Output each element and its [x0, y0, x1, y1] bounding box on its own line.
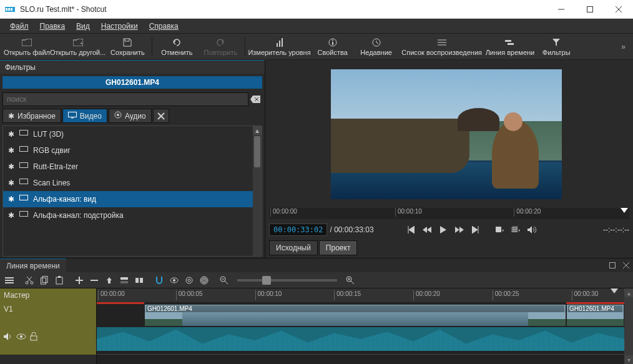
menu-file[interactable]: Файл	[5, 21, 34, 32]
audio-waveform[interactable]	[97, 327, 624, 351]
scrub-button[interactable]	[167, 273, 181, 287]
scroll-up-icon[interactable]: ▴	[253, 126, 262, 135]
copy-button[interactable]	[37, 273, 51, 287]
ruler-mark: 00:00:10	[255, 290, 282, 300]
speaker-icon[interactable]	[4, 332, 12, 341]
toolbar-overflow-button[interactable]: »	[617, 42, 629, 51]
master-track-header[interactable]: Мастер	[0, 288, 96, 302]
timeline-vscrollbar[interactable]: ▴ ▾	[624, 288, 633, 364]
paste-button[interactable]	[52, 273, 66, 287]
zoom-in-button[interactable]	[343, 273, 357, 287]
svg-rect-11	[282, 38, 283, 47]
undo-button[interactable]: Отменить	[155, 34, 199, 59]
meter-icon	[275, 37, 284, 47]
append-button[interactable]	[72, 273, 86, 287]
grid-menu-button[interactable]	[509, 223, 523, 237]
ruler-mark: 00:00:15	[334, 290, 361, 300]
timeline-ruler[interactable]: 00:00:00 00:00:05 00:00:10 00:00:15 00:0…	[97, 288, 624, 302]
tl-menu-button[interactable]	[2, 273, 16, 287]
filter-item-rutt[interactable]: ✱Rutt-Etra-Izer	[3, 159, 253, 175]
lift-button[interactable]	[102, 273, 116, 287]
preview-playhead[interactable]	[621, 208, 628, 213]
filter-item-lut3d[interactable]: ✱LUT (3D)	[3, 126, 253, 142]
volume-button[interactable]	[525, 223, 539, 237]
svg-rect-53	[120, 277, 128, 280]
timeline-panel-tab[interactable]: Линия времени	[0, 258, 66, 272]
play-button[interactable]	[436, 223, 450, 237]
timeline-close-button[interactable]	[619, 258, 633, 272]
filter-search-input[interactable]	[2, 92, 248, 106]
eye-icon[interactable]	[16, 332, 26, 341]
timeline-tracks-area[interactable]: 00:00:00 00:00:05 00:00:10 00:00:15 00:0…	[97, 288, 624, 364]
timecode-inout: --:--:--:--	[603, 225, 629, 234]
menu-edit[interactable]: Правка	[35, 21, 71, 32]
timeline-button[interactable]: Линия времени	[486, 34, 535, 59]
filter-item-scanlines[interactable]: ✱Scan Lines	[3, 175, 253, 191]
timeline-playhead[interactable]	[611, 288, 618, 293]
v1-track[interactable]: GH012601.MP4 GH012601.MP4	[97, 302, 624, 355]
open-file-button[interactable]: Открыть файл	[4, 34, 50, 59]
timeline-clip[interactable]: GH012601.MP4	[566, 304, 624, 327]
filters-panel-tab[interactable]: Фильтры	[0, 60, 265, 74]
filter-item-rgbshift[interactable]: ✱RGB сдвиг	[3, 142, 253, 159]
snap-button[interactable]	[152, 273, 166, 287]
zoom-menu-button[interactable]	[493, 223, 506, 237]
clear-search-button[interactable]	[248, 92, 262, 106]
filter-item-alpha-view[interactable]: ✱Альфа-канал: вид	[3, 191, 253, 207]
timecode-current[interactable]: 00:00:33:02	[269, 224, 327, 236]
filter-list-scrollbar[interactable]: ▴	[253, 126, 262, 256]
forward-button[interactable]	[453, 223, 466, 237]
filter-item-alpha-adjust[interactable]: ✱Альфа-канал: подстройка	[3, 207, 253, 224]
zoom-handle[interactable]	[262, 276, 271, 285]
menu-view[interactable]: Вид	[71, 21, 95, 32]
split-button[interactable]	[132, 273, 146, 287]
zoom-slider[interactable]	[237, 279, 337, 282]
maximize-button[interactable]	[576, 0, 604, 19]
svg-rect-23	[68, 112, 76, 117]
svg-point-62	[202, 278, 207, 283]
timeline-clip[interactable]: GH012601.MP4	[144, 304, 566, 327]
save-button[interactable]: Сохранить	[106, 34, 149, 59]
clock-icon	[372, 37, 381, 47]
menu-help[interactable]: Справка	[144, 21, 184, 32]
remove-button[interactable]	[87, 273, 101, 287]
favorites-tab[interactable]: ✱Избранное	[2, 109, 61, 123]
minimize-button[interactable]	[547, 0, 576, 19]
close-category-button[interactable]	[153, 109, 169, 123]
filters-panel: Фильтры GH012601.MP4 ✱Избранное Видео Ау…	[0, 60, 265, 258]
properties-button[interactable]: Свойства	[311, 34, 355, 59]
menu-settings[interactable]: Настройки	[96, 21, 143, 32]
project-tab[interactable]: Проект	[319, 240, 358, 255]
svg-point-60	[186, 277, 192, 283]
zoom-out-button[interactable]	[217, 273, 231, 287]
source-tab[interactable]: Исходный	[269, 240, 318, 255]
scroll-thumb[interactable]	[254, 136, 260, 167]
audio-tab[interactable]: Аудио	[109, 109, 152, 123]
scroll-up-icon[interactable]: ▴	[624, 288, 633, 297]
recent-button[interactable]: Недавние	[355, 34, 398, 59]
monitor-icon	[19, 146, 28, 155]
filters-button[interactable]: Фильтры	[534, 34, 578, 59]
svg-rect-31	[20, 163, 28, 168]
video-tab[interactable]: Видео	[62, 109, 107, 123]
overwrite-button[interactable]	[117, 273, 131, 287]
ripple-button[interactable]	[182, 273, 196, 287]
ruler-mark: 00:00:00	[98, 290, 125, 300]
scroll-down-icon[interactable]: ▾	[624, 355, 633, 364]
close-button[interactable]	[604, 0, 633, 19]
skip-start-button[interactable]	[404, 223, 418, 237]
preview-ruler[interactable]: 00:00:00 00:00:10 00:00:20	[269, 208, 629, 219]
filters-clip-name: GH012601.MP4	[2, 76, 262, 89]
redo-button[interactable]: Повторить	[199, 34, 242, 59]
rewind-button[interactable]	[420, 223, 434, 237]
svg-rect-29	[20, 130, 28, 135]
lock-icon[interactable]	[30, 332, 37, 341]
skip-end-button[interactable]	[469, 223, 483, 237]
timeline-undock-button[interactable]	[606, 258, 619, 272]
playlist-button[interactable]: Список воспроизведения	[398, 34, 486, 59]
open-other-button[interactable]: +Открыть другой...	[50, 34, 106, 59]
v1-track-header[interactable]: V1	[0, 302, 96, 355]
cut-button[interactable]	[22, 273, 36, 287]
ripple-all-button[interactable]	[197, 273, 211, 287]
peak-meter-button[interactable]: Измеритель уровня	[248, 34, 310, 59]
